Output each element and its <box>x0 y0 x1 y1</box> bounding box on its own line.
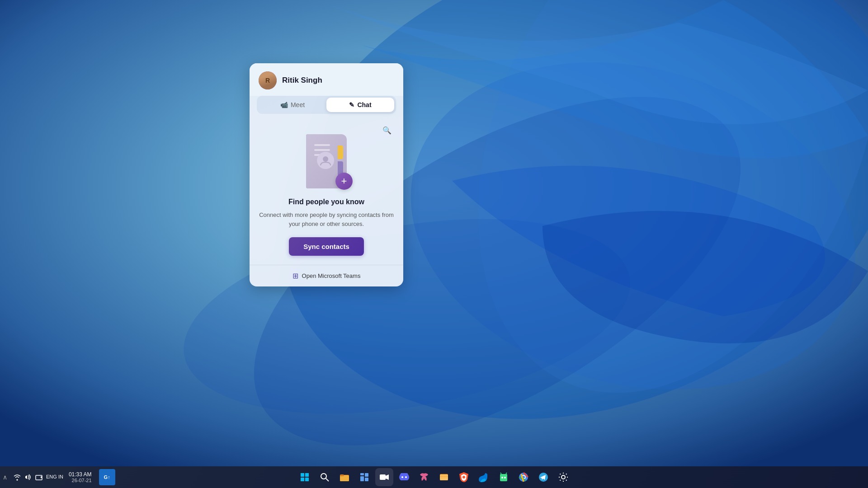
svg-rect-27 <box>500 474 507 481</box>
svg-point-6 <box>323 156 328 162</box>
svg-rect-24 <box>440 475 448 480</box>
avatar-image: R <box>259 71 277 89</box>
language-indicator[interactable]: ENG IN <box>46 474 63 480</box>
gadgets-logo[interactable]: G↑ <box>99 469 115 485</box>
illustration-area: + <box>257 123 396 198</box>
svg-rect-20 <box>380 474 386 480</box>
meet-now-button[interactable] <box>375 468 393 486</box>
svg-rect-7 <box>301 473 304 477</box>
svg-point-21 <box>401 476 403 478</box>
open-teams-label: Open Microsoft Teams <box>302 272 361 279</box>
book-tab-yellow <box>338 145 343 159</box>
search-taskbar-button[interactable] <box>316 468 334 486</box>
svg-rect-14 <box>340 476 349 481</box>
svg-line-30 <box>500 473 501 474</box>
panel-header: R Ritik Singh <box>250 63 403 96</box>
svg-rect-8 <box>305 473 309 477</box>
chrome-button[interactable] <box>514 468 533 486</box>
teams-icon: ⊞ <box>292 272 298 280</box>
panel-footer[interactable]: ⊞ Open Microsoft Teams <box>250 265 403 286</box>
chat-panel: R Ritik Singh 📹 Meet ✎ Chat 🔍 <box>250 63 403 286</box>
search-icon: 🔍 <box>382 126 392 135</box>
tab-chat[interactable]: ✎ Chat <box>326 98 394 112</box>
telegram-button[interactable] <box>534 468 552 486</box>
settings-button[interactable] <box>554 468 572 486</box>
clock[interactable]: 01:33 AM 26-07-21 <box>67 470 94 484</box>
start-button[interactable] <box>296 468 314 486</box>
android-link-button[interactable] <box>495 468 513 486</box>
svg-point-36 <box>561 475 565 479</box>
volume-icon <box>24 474 32 481</box>
hummingbird-button[interactable] <box>415 468 433 486</box>
avatar: R <box>259 71 277 89</box>
svg-point-29 <box>504 477 506 479</box>
svg-line-12 <box>326 479 329 481</box>
panel-content: 🔍 <box>250 119 403 265</box>
user-name: Ritik Singh <box>282 76 322 85</box>
search-button[interactable]: 🔍 <box>380 123 394 137</box>
chat-label: Chat <box>357 101 371 108</box>
book-avatar <box>317 152 334 169</box>
svg-rect-18 <box>360 476 364 481</box>
tab-meet[interactable]: 📹 Meet <box>259 98 326 112</box>
taskbar-center <box>296 468 572 486</box>
brave-button[interactable] <box>455 468 473 486</box>
system-icons <box>14 474 42 481</box>
time-text: 01:33 AM <box>69 471 92 478</box>
add-contact-circle: + <box>335 173 353 190</box>
svg-line-31 <box>506 473 507 474</box>
chat-icon: ✎ <box>349 101 354 108</box>
svg-point-26 <box>462 476 465 479</box>
meet-icon: 📹 <box>280 101 288 108</box>
svg-rect-15 <box>340 474 344 476</box>
date-text: 26-07-21 <box>72 478 92 483</box>
file-manager-button[interactable] <box>435 468 453 486</box>
taskbar: ∧ ENG IN 01:33 AM <box>0 466 868 488</box>
plus-icon: + <box>341 175 347 187</box>
tray-chevron-icon: ∧ <box>3 474 7 481</box>
meet-label: Meet <box>291 101 305 108</box>
svg-rect-10 <box>305 478 309 481</box>
language-text: ENG IN <box>46 474 63 480</box>
system-tray-arrow[interactable]: ∧ <box>0 472 10 483</box>
contact-book-illustration: + <box>299 132 354 191</box>
wifi-icon <box>14 474 21 481</box>
taskbar-right: ∧ ENG IN 01:33 AM <box>0 469 121 485</box>
svg-point-11 <box>321 474 326 479</box>
svg-rect-17 <box>365 473 368 477</box>
sync-contacts-button[interactable]: Sync contacts <box>289 237 364 256</box>
svg-rect-38 <box>41 476 42 478</box>
svg-rect-16 <box>360 473 364 475</box>
file-explorer-button[interactable] <box>335 468 354 486</box>
widgets-button[interactable] <box>355 468 373 486</box>
svg-point-28 <box>501 477 503 479</box>
app-discord-button[interactable] <box>395 468 413 486</box>
panel-description: Connect with more people by syncing cont… <box>257 211 396 228</box>
svg-rect-19 <box>365 478 368 481</box>
edge-button[interactable] <box>475 468 493 486</box>
panel-title: Find people you know <box>257 198 396 206</box>
tab-bar: 📹 Meet ✎ Chat <box>257 96 396 114</box>
svg-point-22 <box>405 476 407 478</box>
svg-rect-9 <box>301 478 304 481</box>
keyboard-icon <box>35 474 42 481</box>
